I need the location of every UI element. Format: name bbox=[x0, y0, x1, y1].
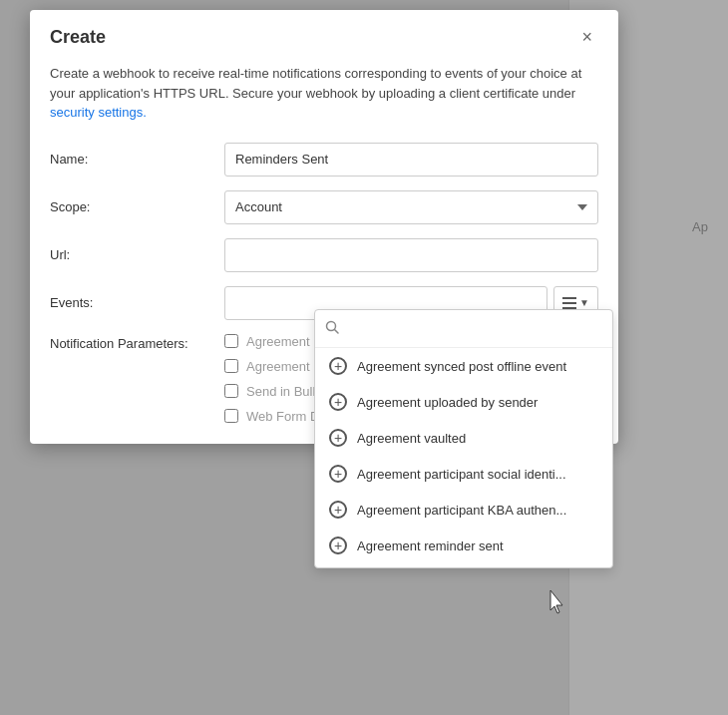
notification-parameters-label: Notification Parameters: bbox=[50, 334, 224, 351]
dropdown-item-3[interactable]: + Agreement vaulted bbox=[315, 420, 612, 456]
dropdown-search-input[interactable] bbox=[347, 321, 602, 336]
name-row: Name: bbox=[50, 143, 598, 177]
dropdown-item-5-label: Agreement participant KBA authen... bbox=[357, 503, 566, 518]
add-item-3-icon: + bbox=[329, 429, 347, 447]
dropdown-item-2-label: Agreement uploaded by sender bbox=[357, 395, 538, 410]
svg-line-1 bbox=[335, 330, 339, 334]
security-settings-link[interactable]: security settings. bbox=[50, 105, 147, 120]
add-item-5-icon: + bbox=[329, 501, 347, 519]
close-button[interactable]: × bbox=[575, 26, 598, 48]
search-icon bbox=[325, 320, 339, 337]
url-row: Url: bbox=[50, 238, 598, 272]
scope-row: Scope: Account User Group bbox=[50, 190, 598, 224]
url-label: Url: bbox=[50, 247, 224, 262]
add-item-4-icon: + bbox=[329, 465, 347, 483]
dropdown-item-2[interactable]: + Agreement uploaded by sender bbox=[315, 384, 612, 420]
dropdown-item-4[interactable]: + Agreement participant social identi... bbox=[315, 456, 612, 492]
checkbox-agreement-info[interactable] bbox=[224, 334, 238, 348]
dropdown-item-1-label: Agreement synced post offline event bbox=[357, 359, 566, 374]
chevron-down-icon: ▼ bbox=[579, 297, 589, 308]
dropdown-item-6[interactable]: + Agreement reminder sent Agreement remi… bbox=[315, 528, 612, 563]
events-dropdown-panel: + Agreement synced post offline event + … bbox=[314, 309, 613, 568]
modal-title: Create bbox=[50, 27, 106, 48]
dropdown-item-1[interactable]: + Agreement synced post offline event bbox=[315, 348, 612, 384]
dropdown-item-3-label: Agreement vaulted bbox=[357, 431, 466, 446]
add-item-6-icon: + bbox=[329, 536, 347, 554]
hamburger-icon bbox=[562, 297, 576, 309]
checkbox-agreement-participant-info[interactable] bbox=[224, 359, 238, 373]
dropdown-list: + Agreement synced post offline event + … bbox=[315, 348, 612, 567]
add-item-2-icon: + bbox=[329, 393, 347, 411]
scope-label: Scope: bbox=[50, 199, 224, 214]
modal-header: Create × bbox=[30, 10, 618, 60]
name-label: Name: bbox=[50, 152, 224, 167]
add-item-1-icon: + bbox=[329, 357, 347, 375]
checkbox-send-bulk[interactable] bbox=[224, 384, 238, 398]
events-label: Events: bbox=[50, 295, 224, 310]
dropdown-section-send-bulk[interactable]: Send in Bulk bbox=[315, 563, 612, 567]
modal-description: Create a webhook to receive real-time no… bbox=[50, 64, 598, 123]
dropdown-item-6-label: Agreement reminder sent bbox=[357, 538, 504, 553]
dropdown-item-5[interactable]: + Agreement participant KBA authen... bbox=[315, 492, 612, 528]
url-input[interactable] bbox=[224, 238, 598, 272]
name-input[interactable] bbox=[224, 143, 598, 177]
checkbox-web-form[interactable] bbox=[224, 409, 238, 423]
scope-select[interactable]: Account User Group bbox=[224, 190, 598, 224]
dropdown-item-4-label: Agreement participant social identi... bbox=[357, 467, 566, 482]
dropdown-search-area bbox=[315, 310, 612, 348]
